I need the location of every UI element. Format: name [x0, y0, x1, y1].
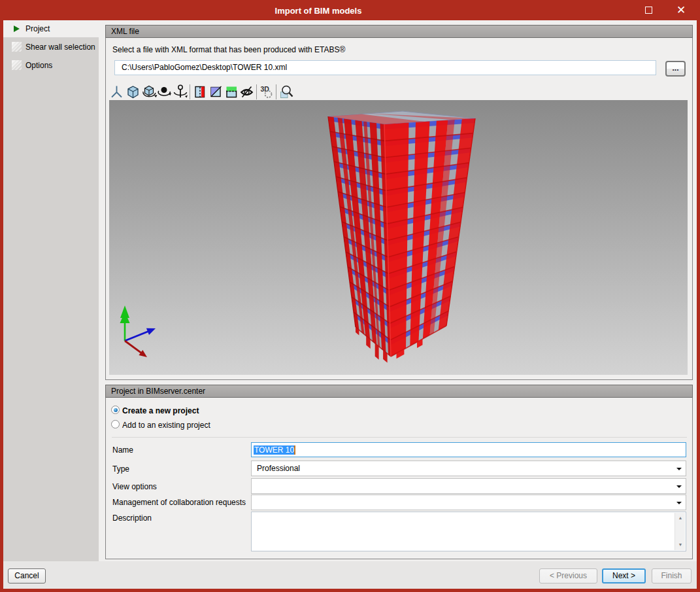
- svg-text:3D: 3D: [261, 85, 270, 93]
